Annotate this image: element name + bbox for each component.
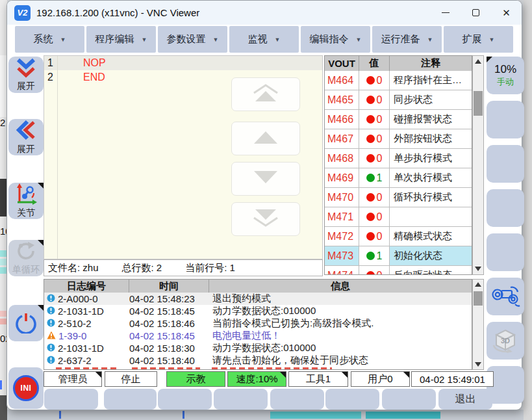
sidebar-button-ini[interactable]: INI xyxy=(8,367,44,409)
log-id-cell: 2-637-2 xyxy=(44,355,129,366)
right-button-handle-controller[interactable] xyxy=(487,278,524,315)
minimize-button[interactable] xyxy=(430,1,461,25)
status-mode[interactable]: 示教 xyxy=(166,371,225,387)
bottom-blank-button[interactable] xyxy=(104,389,157,410)
scroll-down-icon[interactable] xyxy=(475,267,481,271)
gamepad-icon xyxy=(490,284,520,309)
vout-row[interactable]: M467 0 外部按钮状态 xyxy=(325,129,472,149)
window-titlebar[interactable]: V2 192.168.1.200 (x11vnc) - VNC Viewer ✕ xyxy=(7,1,522,25)
status-speed[interactable]: 速度:10% xyxy=(227,371,286,387)
bottom-blank-button[interactable] xyxy=(158,389,212,410)
vout-row[interactable]: M465 0 同步状态 xyxy=(325,90,472,110)
log-scrollbar-thumb[interactable] xyxy=(474,291,483,306)
sidebar-button-single-cycle[interactable]: 单循环 xyxy=(8,240,44,276)
close-button[interactable]: ✕ xyxy=(491,1,522,25)
vout-row[interactable]: M471 0 xyxy=(325,207,472,227)
bottom-blank-button[interactable] xyxy=(270,389,324,410)
status-datetime[interactable]: 04-02 15:49:01 xyxy=(411,371,494,387)
vout-name: M465 xyxy=(325,90,359,109)
log-row-clipped xyxy=(44,367,472,370)
vout-value: 0 xyxy=(359,90,390,109)
vout-row[interactable]: M470 0 循环执行模式 xyxy=(325,188,472,207)
log-row[interactable]: 2-A000-0 04-02 15:48:23 退出预约模式 xyxy=(44,293,472,305)
log-message-cell: 电池电量过低！ xyxy=(209,330,472,342)
bottom-blank-button[interactable] xyxy=(382,389,436,410)
menu-item-extend[interactable]: 扩展 ▼ xyxy=(444,26,513,53)
right-button-blank-1[interactable] xyxy=(487,101,524,138)
window-title: 192.168.1.200 (x11vnc) - VNC Viewer xyxy=(36,7,199,18)
bottom-blank-button[interactable] xyxy=(44,389,98,410)
vout-value: 1 xyxy=(359,246,390,265)
scroll-down-icon[interactable] xyxy=(475,362,481,367)
vout-row[interactable]: M474 0 反向驱动状态 xyxy=(325,266,472,275)
clipped-text-fragment xyxy=(56,367,118,370)
sidebar-button-expand-down[interactable]: 展开 xyxy=(8,57,44,93)
status-user[interactable]: 用户0 xyxy=(351,371,410,387)
vout-column-header: 注释 xyxy=(390,56,472,71)
status-label: 示教 xyxy=(186,373,206,386)
log-time-cell: 04-02 15:18:45 xyxy=(129,330,209,341)
right-button-blank-2[interactable] xyxy=(487,145,524,183)
sidebar-button-power[interactable] xyxy=(8,305,44,341)
line-code: NOP xyxy=(83,57,106,69)
bottom-blank-button[interactable] xyxy=(214,389,268,410)
log-row[interactable]: 2-637-2 04-02 15:18:40 请先点击初始化，确保处于同步状态 xyxy=(44,354,472,367)
bg-fragment xyxy=(59,411,61,419)
clipped-text-fragment xyxy=(212,367,332,370)
vout-row[interactable]: M468 0 单步执行模式 xyxy=(325,149,472,168)
log-scrollbar[interactable] xyxy=(472,279,484,370)
menu-item-system[interactable]: 系统 ▼ xyxy=(15,26,84,53)
menu-item-param-settings[interactable]: 参数设置 ▼ xyxy=(158,26,227,53)
bottom-blank-button[interactable] xyxy=(325,389,379,410)
vout-name: M472 xyxy=(325,227,359,246)
vout-value: 0 xyxy=(359,71,390,90)
log-time-cell: 04-02 15:18:46 xyxy=(129,318,209,329)
scroll-up-icon[interactable] xyxy=(475,59,481,64)
maximize-button[interactable] xyxy=(461,1,491,25)
right-button-speed-mode[interactable]: 10% 手动 xyxy=(487,57,524,94)
sidebar-button-expand-left[interactable]: 展开 xyxy=(8,119,44,155)
clipped-text-fragment xyxy=(132,367,200,370)
vout-value: 0 xyxy=(359,110,390,129)
vout-row[interactable]: M464 0 程序指针在主… xyxy=(325,71,472,90)
vout-scrollbar-thumb[interactable] xyxy=(474,91,483,116)
right-button-blank-4[interactable] xyxy=(487,233,524,271)
vout-row[interactable]: M473 1 初始化状态 xyxy=(325,246,472,266)
log-row[interactable]: 2-510-2 04-02 15:18:46 当前指令模式已切换为:高级指令模式… xyxy=(44,317,472,330)
menu-item-edit-command[interactable]: 编辑指令 ▼ xyxy=(301,26,370,53)
window-controls: ✕ xyxy=(430,1,522,25)
status-role[interactable]: 管理员 xyxy=(44,371,102,387)
exit-button[interactable]: 退出 xyxy=(438,389,492,410)
log-row[interactable]: 2-1031-1D 04-02 15:18:45 动力学数据状态:010000 xyxy=(44,305,472,317)
vout-scrollbar[interactable] xyxy=(472,55,484,275)
log-row[interactable]: 2-1031-1D 04-02 15:18:30 动力学数据状态:010000 xyxy=(44,342,472,354)
right-button-view-3d[interactable]: 3D xyxy=(487,322,524,360)
sidebar-button-joint[interactable]: 关节 xyxy=(8,183,44,219)
page-down-button[interactable] xyxy=(231,202,300,236)
chevron-down-icon: ▼ xyxy=(275,36,281,43)
right-button-blank-3[interactable] xyxy=(487,189,524,227)
ini-icon: INI xyxy=(13,375,39,401)
chevron-down-icon: ▼ xyxy=(60,36,66,43)
bg-fragment xyxy=(366,412,440,419)
vout-table-header: VOUT值注释 xyxy=(325,56,472,71)
vout-row[interactable]: M466 0 碰撞报警状态 xyxy=(325,110,472,129)
scroll-up-icon[interactable] xyxy=(475,282,481,287)
status-run-state[interactable]: 停止 xyxy=(105,371,157,387)
current-line: 当前行号: 1 xyxy=(185,262,235,274)
vout-row[interactable]: M472 0 精确模式状态 xyxy=(325,227,472,246)
vout-row[interactable]: M469 1 单次执行模式 xyxy=(325,168,472,188)
log-row[interactable]: 1-39-0 04-02 15:18:45 电池电量过低！ xyxy=(44,330,472,342)
code-line[interactable]: 1 NOP xyxy=(44,56,322,70)
vout-value: 0 xyxy=(359,207,390,226)
menu-item-run-prepare[interactable]: 运行准备 ▼ xyxy=(372,26,442,53)
line-up-button[interactable] xyxy=(231,122,300,155)
line-down-button[interactable] xyxy=(231,162,300,196)
total-lines: 总行数: 2 xyxy=(122,262,162,274)
page-up-button[interactable] xyxy=(231,77,300,111)
bg-fragment xyxy=(183,411,184,419)
menu-item-monitor[interactable]: 监视 ▼ xyxy=(229,26,299,53)
menu-item-program-edit[interactable]: 程序编辑 ▼ xyxy=(86,26,156,53)
info-icon xyxy=(47,306,55,317)
status-tool[interactable]: 工具1 xyxy=(288,371,348,387)
